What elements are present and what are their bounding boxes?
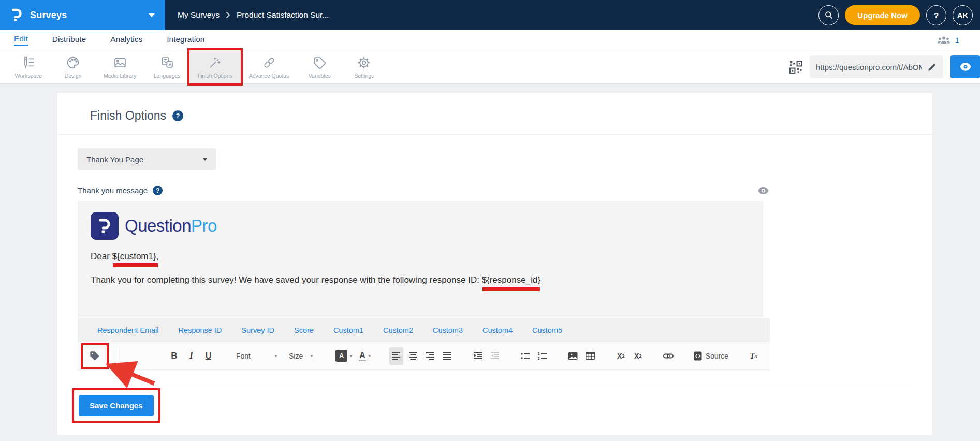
palette-icon xyxy=(66,55,80,70)
ribbon-item-workspace[interactable]: Workspace xyxy=(6,50,51,83)
bold-button[interactable]: B xyxy=(167,347,181,365)
merge-link-survey-id[interactable]: Survey ID xyxy=(241,326,274,334)
chevron-down-icon xyxy=(349,355,353,357)
text-color-icon: A xyxy=(359,351,366,361)
avatar[interactable]: AK xyxy=(953,5,973,25)
thank-you-message-label: Thank you message xyxy=(78,186,148,195)
merge-link-response-id[interactable]: Response ID xyxy=(179,326,222,334)
tab-distribute[interactable]: Distribute xyxy=(52,35,86,45)
gear-icon xyxy=(357,55,371,70)
collaborators-count: 1 xyxy=(955,36,959,45)
superscript-button[interactable]: X2 xyxy=(631,347,645,365)
ribbon-item-variables[interactable]: Variables xyxy=(297,50,342,83)
align-left-button[interactable] xyxy=(389,347,403,365)
page-background: Finish Options ? Thank You Page Thank yo… xyxy=(0,84,980,441)
body-line: Thank you for completing this survey! We… xyxy=(91,275,757,286)
insert-table-button[interactable] xyxy=(583,347,597,365)
tag-outline-icon xyxy=(312,55,327,70)
insert-image-button[interactable] xyxy=(566,347,580,365)
message-preview-toggle[interactable] xyxy=(757,186,770,195)
workspace-icon xyxy=(21,55,36,70)
background-color-button[interactable]: A xyxy=(334,347,354,365)
ribbon-right: https://questionpro.com/t/AbOMEZ7 xyxy=(789,50,980,83)
merge-field-links: Respondent Email Response ID Survey ID S… xyxy=(78,317,770,342)
qr-code-icon[interactable] xyxy=(789,61,802,74)
top-bar: Surveys My Surveys Product Satisfaction … xyxy=(0,0,980,30)
questionpro-logo-icon xyxy=(10,8,24,22)
merge-link-respondent-email[interactable]: Respondent Email xyxy=(97,326,159,334)
underline-button[interactable]: U xyxy=(201,347,215,365)
subscript-button[interactable]: X2 xyxy=(614,347,628,365)
numbered-list-button[interactable]: 12 xyxy=(536,347,550,365)
panel-body: Thank You Page Thank you message ? Quest… xyxy=(57,148,932,423)
editor-logo-row: QuestionPro xyxy=(91,212,757,240)
help-button[interactable]: ? xyxy=(926,5,946,25)
size-select[interactable]: Size xyxy=(285,347,317,365)
message-editor-content[interactable]: QuestionPro Dear ${custom1}, Thank you f… xyxy=(78,201,770,317)
ribbon-item-finish-options[interactable]: Finish Options xyxy=(189,50,241,83)
align-right-icon xyxy=(426,352,435,360)
insert-link-button[interactable] xyxy=(662,347,676,365)
response-id-token: ${response_id} xyxy=(482,275,540,285)
save-changes-button[interactable]: Save Changes xyxy=(79,395,154,416)
survey-url-box[interactable]: https://questionpro.com/t/AbOMEZ7 xyxy=(810,55,943,78)
indent-button[interactable] xyxy=(471,347,485,365)
custom1-token: ${custom1}, xyxy=(112,251,159,261)
tab-edit[interactable]: Edit xyxy=(14,34,28,46)
page-help-icon[interactable]: ? xyxy=(172,110,183,121)
breadcrumb-my-surveys[interactable]: My Surveys xyxy=(178,10,220,20)
link-icon xyxy=(663,353,674,359)
outdent-button[interactable] xyxy=(488,347,502,365)
source-button[interactable]: Source xyxy=(692,347,730,365)
brand-name: Surveys xyxy=(30,10,67,21)
merge-link-custom2[interactable]: Custom2 xyxy=(383,326,413,334)
svg-text:2: 2 xyxy=(538,356,540,359)
merge-link-custom5[interactable]: Custom5 xyxy=(532,326,562,334)
ribbon-item-design[interactable]: Design xyxy=(51,50,95,83)
thank-you-message-row: Thank you message ? xyxy=(78,186,770,195)
header-divider xyxy=(57,134,932,135)
survey-url[interactable]: https://questionpro.com/t/AbOMEZ7 xyxy=(816,63,922,72)
preview-survey-button[interactable] xyxy=(950,55,980,78)
insert-variable-tag-button[interactable] xyxy=(83,345,107,367)
editor-toolbar: B I U Font Size A xyxy=(78,342,770,370)
message-help-icon[interactable]: ? xyxy=(153,186,163,195)
italic-button[interactable]: I xyxy=(184,347,198,365)
chevron-down-icon xyxy=(310,355,313,357)
tab-analytics[interactable]: Analytics xyxy=(110,35,142,45)
background-color-icon: A xyxy=(335,350,347,362)
editor-scrollbar[interactable] xyxy=(763,201,770,317)
text-color-button[interactable]: A xyxy=(357,347,373,365)
finish-page-type-select[interactable]: Thank You Page xyxy=(78,148,216,170)
ribbon-item-languages[interactable]: A Languages xyxy=(145,50,189,83)
image-icon xyxy=(113,55,127,70)
align-left-icon xyxy=(392,352,401,360)
breadcrumb-survey-name: Product Satisfaction Sur... xyxy=(237,10,329,20)
save-annotation-box: Save Changes xyxy=(72,388,160,423)
justify-button[interactable] xyxy=(441,347,455,365)
align-right-button[interactable] xyxy=(423,347,437,365)
ribbon-item-media-library[interactable]: Media Library xyxy=(95,50,145,83)
bulleted-list-button[interactable] xyxy=(519,347,533,365)
pencil-icon[interactable] xyxy=(927,62,937,72)
ribbon-item-settings[interactable]: Settings xyxy=(342,50,386,83)
collaborators-indicator[interactable]: 1 xyxy=(937,35,980,45)
upgrade-now-button[interactable]: Upgrade Now xyxy=(845,5,920,25)
message-editor: QuestionPro Dear ${custom1}, Thank you f… xyxy=(78,201,770,370)
ribbon-item-advance-quotas[interactable]: Advance Quotas xyxy=(241,50,298,83)
search-button[interactable] xyxy=(818,5,839,25)
merge-link-custom4[interactable]: Custom4 xyxy=(482,326,513,334)
svg-text:1: 1 xyxy=(538,352,540,355)
merge-link-custom1[interactable]: Custom1 xyxy=(333,326,363,334)
align-center-button[interactable] xyxy=(406,347,420,365)
tab-integration[interactable]: Integration xyxy=(167,35,204,45)
product-switcher[interactable]: Surveys xyxy=(0,0,165,30)
remove-format-button[interactable]: Tx xyxy=(747,347,760,365)
font-select[interactable]: Font xyxy=(232,347,282,365)
survey-tabs: Edit Distribute Analytics Integration 1 xyxy=(0,30,980,50)
chevron-down-icon xyxy=(203,158,207,161)
merge-link-score[interactable]: Score xyxy=(294,326,314,334)
chevron-down-icon xyxy=(368,355,371,357)
merge-link-custom3[interactable]: Custom3 xyxy=(433,326,463,334)
source-icon xyxy=(694,351,702,361)
